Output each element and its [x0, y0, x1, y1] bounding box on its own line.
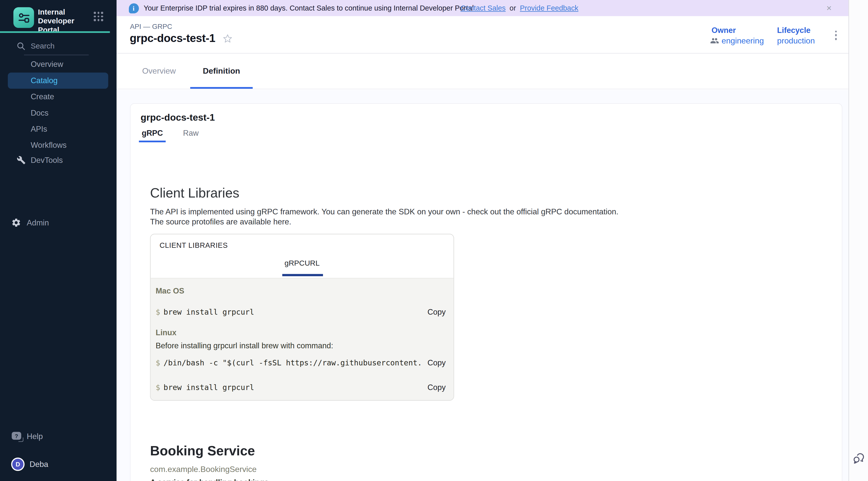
grpcurl-tab-underline — [282, 274, 323, 276]
star-favorite-icon[interactable] — [222, 33, 232, 43]
booking-service-fqn: com.example.BookingService — [150, 465, 256, 474]
people-icon — [710, 36, 719, 46]
booking-service-heading: Booking Service — [150, 443, 255, 459]
code-row-linux-brew: $ /bin/bash -c "$(curl -fsSL https://raw… — [156, 357, 446, 368]
banner-message: Your Enterprise IDP trial expires in 880… — [144, 4, 474, 12]
sidebar-item-apis[interactable]: APIs — [8, 121, 108, 137]
app-window: Internal Developer Portal Search Overvie… — [0, 0, 868, 481]
code-command: brew install grpcurl — [163, 308, 422, 317]
client-card-title: CLIENT LIBRARIES — [159, 241, 228, 249]
owner-label: Owner — [712, 26, 736, 35]
brand-title: Internal Developer Portal — [38, 8, 96, 34]
lifecycle-value: production — [777, 36, 815, 46]
client-libraries-card: CLIENT LIBRARIES gRPCURL Mac OS $ brew i… — [150, 234, 454, 401]
user-name: Deba — [30, 455, 48, 473]
sidebar-item-catalog[interactable]: Catalog — [8, 72, 108, 88]
breadcrumb: API — GRPC — [130, 23, 172, 31]
owner-value-text: engineering — [721, 36, 764, 46]
owner-value[interactable]: engineering — [710, 36, 764, 46]
code-row-mac: $ brew install grpcurl Copy — [156, 307, 446, 318]
booking-service-clipped-line: A service for handling bookings — [150, 478, 269, 481]
search-label: Search — [31, 41, 55, 51]
code-row-linux-grpcurl: $ brew install grpcurl Copy — [156, 382, 446, 393]
tab-overview[interactable]: Overview — [128, 53, 190, 88]
tab-raw[interactable]: Raw — [180, 128, 202, 143]
content-area: grpc-docs-test-1 gRPC Raw Client Librari… — [116, 90, 848, 481]
definition-card: grpc-docs-test-1 gRPC Raw Client Librari… — [130, 103, 842, 481]
client-libraries-description: The API is implemented using gRPC framew… — [150, 207, 618, 227]
sidebar-item-create[interactable]: Create — [8, 88, 108, 104]
search-divider — [24, 55, 89, 55]
code-command: brew install grpcurl — [163, 383, 422, 392]
sidebar-item-admin[interactable]: Admin — [7, 215, 107, 231]
support-chat-icon[interactable] — [852, 452, 865, 467]
copy-button[interactable]: Copy — [428, 358, 446, 367]
linux-label: Linux — [156, 328, 177, 337]
definition-entity-title: grpc-docs-test-1 — [141, 112, 215, 123]
right-gutter — [848, 0, 868, 481]
close-icon[interactable]: × — [826, 0, 832, 16]
sidebar-user[interactable]: D Deba — [7, 455, 107, 473]
info-icon: i — [129, 3, 138, 13]
sidebar-item-label: Docs — [8, 104, 108, 121]
client-card-body: Mac OS $ brew install grpcurl Copy Linux… — [151, 278, 454, 400]
copy-button[interactable]: Copy — [428, 383, 446, 392]
sidebar-item-label: APIs — [8, 121, 108, 137]
page-header: API — GRPC grpc-docs-test-1 Owner engine… — [116, 16, 848, 53]
sidebar-item-help[interactable]: ? Help — [7, 428, 107, 445]
page-tabs: Overview Definition — [116, 53, 848, 89]
sidebar-item-overview[interactable]: Overview — [8, 56, 108, 72]
sidebar-item-docs[interactable]: Docs — [8, 104, 108, 121]
banner-links: Contact Sales or Provide Feedback — [461, 0, 579, 16]
provide-feedback-link[interactable]: Provide Feedback — [520, 4, 579, 12]
trial-banner: i Your Enterprise IDP trial expires in 8… — [116, 0, 848, 16]
lifecycle-value-text: production — [777, 36, 815, 46]
sidebar-nav: Overview Catalog Create Docs APIs — [8, 56, 108, 153]
macos-label: Mac OS — [156, 287, 184, 296]
tab-definition[interactable]: Definition — [190, 53, 253, 88]
tab-grpc[interactable]: gRPC — [139, 128, 166, 143]
wrench-icon — [17, 156, 26, 164]
banner-or-text: or — [509, 4, 516, 12]
search-icon — [16, 41, 26, 51]
sidebar-item-label: Admin — [27, 215, 49, 231]
code-command: /bin/bash -c "$(curl -fsSL https://raw.g… — [163, 358, 422, 367]
sidebar: Internal Developer Portal Search Overvie… — [0, 0, 116, 481]
description-line-2: The source protofiles are available here… — [150, 217, 618, 227]
tab-grpcurl[interactable]: gRPCURL — [151, 259, 454, 267]
description-line-1: The API is implemented using gRPC framew… — [150, 207, 618, 217]
sidebar-item-label: DevTools — [31, 152, 63, 169]
contact-sales-link[interactable]: Contact Sales — [461, 4, 506, 12]
help-chat-icon: ? — [12, 432, 21, 440]
shell-prompt: $ — [156, 358, 160, 367]
sidebar-search[interactable]: Search — [0, 41, 116, 51]
app-grid-icon[interactable] — [94, 12, 103, 21]
copy-button[interactable]: Copy — [428, 308, 446, 317]
linux-note: Before installing grpcurl install brew w… — [156, 341, 333, 350]
shell-prompt: $ — [156, 308, 160, 317]
sidebar-item-label: Catalog — [8, 72, 108, 88]
sidebar-item-workflows[interactable]: Workflows — [8, 137, 108, 153]
sidebar-item-label: Overview — [8, 56, 108, 72]
page-title: grpc-docs-test-1 — [130, 32, 215, 45]
sidebar-item-label: Help — [27, 428, 43, 445]
sidebar-item-label: Workflows — [8, 137, 108, 153]
brand-divider — [0, 31, 110, 33]
brand-logo-icon — [13, 7, 34, 28]
format-tabs: gRPC Raw — [139, 128, 202, 143]
user-avatar: D — [11, 458, 24, 471]
gear-icon — [11, 218, 21, 228]
shell-prompt: $ — [156, 383, 160, 392]
sidebar-item-label: Create — [8, 88, 108, 104]
sidebar-item-devtools[interactable]: DevTools — [8, 152, 108, 169]
kebab-menu-icon[interactable] — [830, 28, 841, 42]
client-libraries-heading: Client Libraries — [150, 185, 239, 201]
lifecycle-label: Lifecycle — [777, 26, 810, 35]
